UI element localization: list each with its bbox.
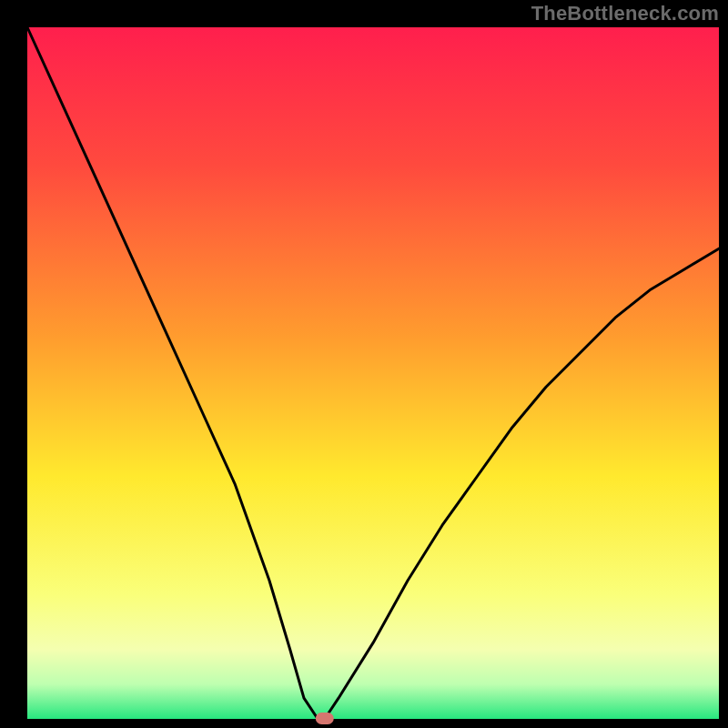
optimal-marker	[316, 713, 334, 724]
chart-frame: TheBottleneck.com	[0, 0, 728, 728]
bottleneck-chart	[0, 0, 728, 728]
plot-background	[27, 27, 719, 719]
